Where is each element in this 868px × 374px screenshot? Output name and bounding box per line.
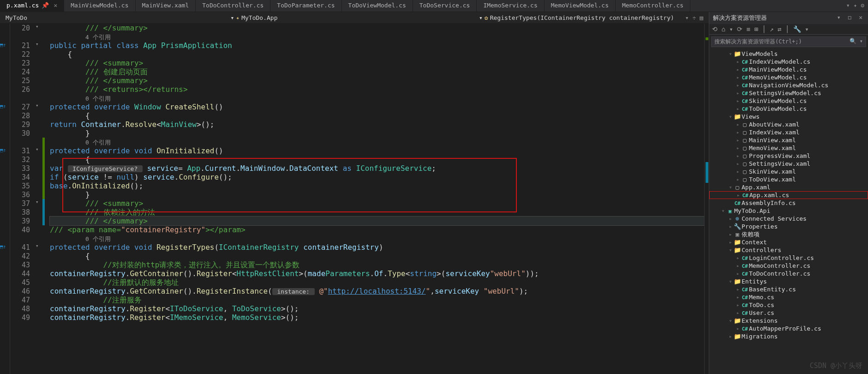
tab-ToDoService-cs[interactable]: ToDoService.cs bbox=[413, 0, 477, 12]
tree-item[interactable]: ▹C#MemoViewModel.cs bbox=[709, 73, 868, 81]
code-line[interactable]: /// <returns></returns> bbox=[50, 85, 704, 94]
tree-item[interactable]: ▹C#User.cs bbox=[709, 309, 868, 317]
code-line[interactable]: { bbox=[50, 155, 704, 164]
tree-item[interactable]: ▿📁Entitys bbox=[709, 277, 868, 285]
tree-item[interactable]: ▹C#AutoMapperProFile.cs bbox=[709, 325, 868, 332]
code-line[interactable]: protected override void OnInitialized() bbox=[50, 146, 704, 155]
tree-item[interactable]: ▹C#Memo.cs bbox=[709, 293, 868, 301]
tab-p-xaml-cs[interactable]: p.xaml.cs📌✕ bbox=[0, 0, 64, 12]
code-line[interactable]: /// <summary> bbox=[50, 199, 704, 208]
tree-item[interactable]: ▿📁Extensions bbox=[709, 317, 868, 325]
code-line[interactable]: if (service != null) service.Configure()… bbox=[50, 173, 704, 181]
tree-item[interactable]: ▿▣MyToDo.Api bbox=[709, 207, 868, 215]
tree-item[interactable]: ▹▢MainView.xaml bbox=[709, 136, 868, 144]
context-method[interactable]: ▾ ✿RegisterTypes(IContainerRegistry cont… bbox=[473, 14, 680, 21]
gutter-indicator[interactable]: ⬒↑ bbox=[0, 147, 6, 153]
tab-MainViewModel-cs[interactable]: MainViewModel.cs bbox=[64, 0, 135, 12]
gutter-indicator[interactable]: ⬒↑ bbox=[0, 42, 6, 48]
context-namespace[interactable]: ▾ ✦MyToDo.App bbox=[225, 14, 283, 21]
tree-item[interactable]: ▹C#LoginController.cs bbox=[709, 254, 868, 262]
code-line[interactable]: containerRegistry.Register<IMemoService,… bbox=[50, 313, 704, 322]
gutter-indicator[interactable]: ⬒↑ bbox=[0, 103, 6, 109]
tree-item[interactable]: ▹⊕Connected Services bbox=[709, 215, 868, 223]
code-line[interactable]: { bbox=[50, 50, 704, 59]
tree-item[interactable]: ▹C#BaseEntity.cs bbox=[709, 285, 868, 293]
code-line[interactable]: containerRegistry.Register<IToDoService,… bbox=[50, 304, 704, 313]
split-icon[interactable]: ▾ ÷ ▤ bbox=[680, 14, 709, 21]
code-line[interactable]: base.OnInitialized(); bbox=[50, 181, 704, 190]
tree-item[interactable]: ▹▢ProgressView.xaml bbox=[709, 152, 868, 160]
tree-item[interactable]: ▹C#ToDo.cs bbox=[709, 301, 868, 309]
code-line[interactable]: 4 个引用 bbox=[50, 32, 704, 41]
panel-controls[interactable]: ▾ ◻ ✕ bbox=[837, 14, 864, 22]
tree-item[interactable]: ▹C#SettingsViewModel.cs bbox=[709, 89, 868, 97]
code-line[interactable]: 0 个引用 bbox=[50, 94, 704, 103]
minimap-scrollbar[interactable] bbox=[704, 24, 709, 374]
tab-MemoController-cs[interactable]: MemoController.cs bbox=[616, 0, 690, 12]
tab-ToDoController-cs[interactable]: ToDoController.cs bbox=[196, 0, 270, 12]
code-line[interactable]: return Container.Resolve<MainView>(); bbox=[50, 120, 704, 129]
tree-item[interactable]: ▹▢ToDoView.xaml bbox=[709, 175, 868, 183]
tab-tools[interactable]: ▾ ✦ ⚙ bbox=[843, 0, 868, 12]
context-project[interactable]: MyToDo bbox=[0, 14, 35, 21]
tree-item[interactable]: ▹📁Context bbox=[709, 238, 868, 246]
code-line[interactable]: 0 个引用 bbox=[50, 234, 704, 243]
tab-MainView-xaml[interactable]: MainView.xaml bbox=[136, 0, 196, 12]
code-line[interactable]: } bbox=[50, 190, 704, 199]
tree-item[interactable]: ▹▢MemoView.xaml bbox=[709, 144, 868, 152]
code-line[interactable]: /// <param name="containerRegistry"></pa… bbox=[50, 225, 704, 234]
xaml-icon: ▢ bbox=[741, 152, 749, 159]
tab-IMemoService-cs[interactable]: IMemoService.cs bbox=[477, 0, 544, 12]
tab-ToDoViewModel-cs[interactable]: ToDoViewModel.cs bbox=[342, 0, 413, 12]
tree-item[interactable]: ▹C#MainViewModel.cs bbox=[709, 66, 868, 73]
solution-toolbar[interactable]: ⟲ ⌂ ▾ ⟳ ≡ ⊞ │ ↗ ⇄ │ 🔧 ▾ bbox=[709, 24, 868, 35]
tree-item[interactable]: ▹C#App.xaml.cs bbox=[709, 191, 868, 199]
tree-item[interactable]: ▹📁Migrations bbox=[709, 332, 868, 340]
xaml-icon: ▢ bbox=[741, 129, 749, 136]
tree-item[interactable]: ▹C#IndexViewModel.cs bbox=[709, 58, 868, 66]
code-line[interactable]: /// </summary> bbox=[50, 24, 704, 32]
tree-item[interactable]: ▹▢SkinView.xaml bbox=[709, 168, 868, 175]
tree-item[interactable]: ▿▢App.xaml bbox=[709, 183, 868, 191]
solution-tree[interactable]: ▿📁ViewModels▹C#IndexViewModel.cs▹C#MainV… bbox=[709, 49, 868, 374]
tree-item[interactable]: ▹C#ToDoController.cs bbox=[709, 270, 868, 277]
tree-item[interactable]: ▹🔧Properties bbox=[709, 223, 868, 230]
code-line[interactable]: /// </summary> bbox=[50, 217, 704, 225]
tab-MemoViewModel-cs[interactable]: MemoViewModel.cs bbox=[545, 0, 616, 12]
tree-item[interactable]: ▹▣依赖项 bbox=[709, 230, 868, 238]
solution-search[interactable]: 搜索解决方案资源管理器(Ctrl+;)🔍 ▾ bbox=[711, 36, 866, 47]
tree-item[interactable]: ▹C#NavigationViewModel.cs bbox=[709, 81, 868, 89]
code-line[interactable]: protected override Window CreateShell() bbox=[50, 103, 704, 111]
tab-ToDoParameter-cs[interactable]: ToDoParameter.cs bbox=[270, 0, 341, 12]
tree-item[interactable]: ▿📁Views bbox=[709, 113, 868, 121]
tree-item[interactable]: ▹C#ToDoViewModel.cs bbox=[709, 105, 868, 113]
gutter-indicator[interactable]: ⬒↑ bbox=[0, 244, 6, 250]
code-line[interactable]: protected override void RegisterTypes(IC… bbox=[50, 243, 704, 252]
code-line[interactable]: { bbox=[50, 252, 704, 260]
code-editor[interactable]: ⬒↑⬒↑⬒↑⬒↑ 2021222324252627282930313233343… bbox=[0, 24, 709, 374]
tree-item[interactable]: ▹C#MemoController.cs bbox=[709, 262, 868, 270]
cs-icon: C# bbox=[741, 254, 749, 261]
tree-item[interactable]: ▿📁ViewModels bbox=[709, 50, 868, 58]
tree-item[interactable]: C#AssemblyInfo.cs bbox=[709, 199, 868, 207]
code-line[interactable]: containerRegistry.GetContainer().Registe… bbox=[50, 287, 704, 296]
code-line[interactable]: /// 依赖注入的方法 bbox=[50, 208, 704, 217]
code-line[interactable]: 0 个引用 bbox=[50, 138, 704, 146]
tree-item[interactable]: ▹▢AboutView.xaml bbox=[709, 121, 868, 128]
tree-item[interactable]: ▹▢IndexView.xaml bbox=[709, 128, 868, 136]
code-line[interactable]: { bbox=[50, 111, 704, 120]
code-line[interactable]: //注册默认的服务地址 bbox=[50, 278, 704, 287]
code-line[interactable]: } bbox=[50, 129, 704, 138]
code-line[interactable]: /// <summary> bbox=[50, 59, 704, 67]
code-line[interactable]: public partial class App PrismApplicatio… bbox=[50, 41, 704, 50]
code-line[interactable]: //对封装的http请求类，进行注入。并且设置一个默认参数 bbox=[50, 260, 704, 269]
code-line[interactable]: /// </summary> bbox=[50, 76, 704, 85]
tree-item[interactable]: ▹C#SkinViewModel.cs bbox=[709, 97, 868, 105]
code-line[interactable]: containerRegistry.GetContainer().Registe… bbox=[50, 269, 704, 278]
tree-item[interactable]: ▿📁Controllers bbox=[709, 246, 868, 254]
code-line[interactable]: var IConfigureService? service= App.Curr… bbox=[50, 164, 704, 173]
tree-item[interactable]: ▹▢SettingsView.xaml bbox=[709, 160, 868, 168]
code-line[interactable]: /// 创建启动页面 bbox=[50, 67, 704, 76]
code-line[interactable]: //注册服务 bbox=[50, 296, 704, 304]
xaml-icon: ▢ bbox=[741, 160, 749, 167]
